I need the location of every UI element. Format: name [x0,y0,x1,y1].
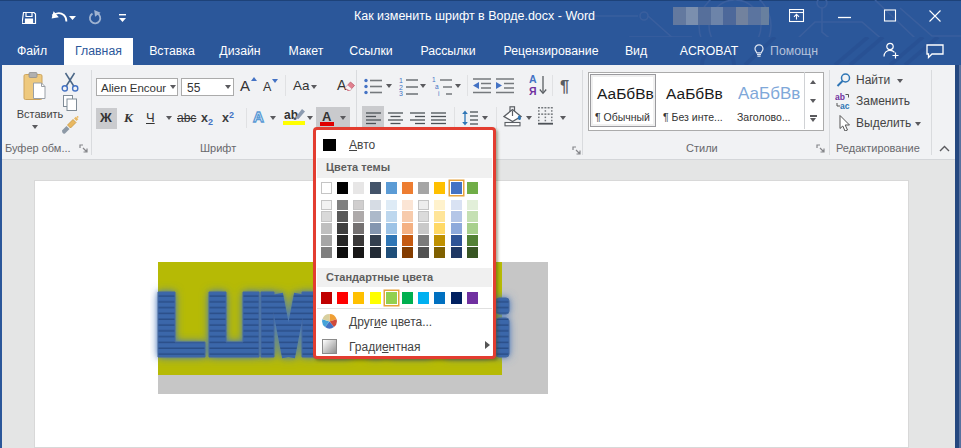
svg-text:1: 1 [399,77,403,84]
svg-text:a: a [435,83,439,90]
svg-text:Я: Я [529,85,537,97]
svg-text:i: i [438,90,439,96]
svg-text:1: 1 [432,76,436,83]
svg-text:А: А [529,73,537,85]
svg-text:ac: ac [840,101,850,110]
svg-text:3: 3 [399,90,403,96]
